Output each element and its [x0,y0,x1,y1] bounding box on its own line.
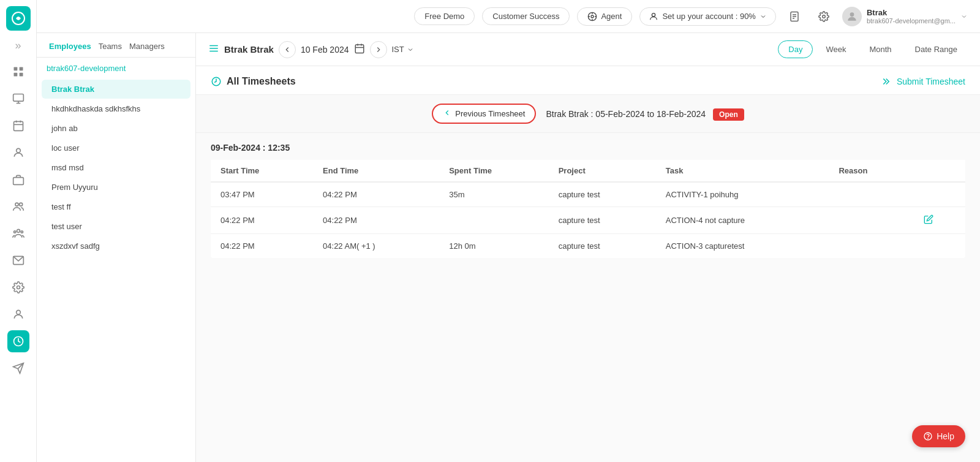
dropdown-chevron-icon [960,13,968,20]
cell-task: ACTIVITY-1 poihuhg [656,182,829,207]
svg-rect-4 [19,73,23,77]
sidebar-item-loc-user[interactable]: loc user [42,138,190,157]
gear-icon-button[interactable] [813,6,835,28]
content-header: Btrak Btrak 10 Feb 2024 IST [196,33,980,66]
sidebar-tab-bar: Employees Teams Managers [37,33,195,58]
cell-end-time: 04:22 AM( +1 ) [313,234,439,259]
status-badge: Open [713,108,744,121]
avatar [842,7,862,26]
svg-point-17 [13,231,15,233]
date-display: 10 Feb 2024 [301,45,349,55]
cell-project: capture test [549,182,656,207]
briefcase-nav-icon[interactable] [7,169,29,191]
setup-button[interactable]: Set up your account : 90% [639,7,775,26]
clock-nav-icon[interactable] [7,330,29,352]
submit-timesheet-button[interactable]: Submit Timesheet [882,76,965,87]
next-date-button[interactable] [370,41,387,58]
calendar-picker-icon[interactable] [354,43,365,56]
cell-start-time: 04:22 PM [211,207,313,234]
table-row: 04:22 PM 04:22 PM capture test ACTION-4 … [211,207,965,234]
svg-point-12 [16,148,20,153]
sidebar-tab-teams[interactable]: Teams [96,40,124,52]
calendar-nav-icon[interactable] [7,115,29,137]
group-nav-icon[interactable] [7,222,29,244]
person-nav-icon[interactable] [7,142,29,164]
cell-edit[interactable] [914,207,965,234]
sidebar-item-btrak-btrak[interactable]: Btrak Btrak [42,80,190,99]
svg-point-31 [823,15,826,18]
edit-icon[interactable] [924,217,933,226]
agent-label: Agent [601,12,622,21]
cell-end-time: 04:22 PM [313,207,439,234]
table-row: 03:47 PM 04:22 PM 35m capture test ACTIV… [211,182,965,207]
sidebar-item-test-user[interactable]: test user [42,217,190,236]
top-header: Free Demo Customer Success Agent Set up … [37,0,980,33]
app-logo[interactable] [6,6,31,31]
people-nav-icon[interactable] [7,195,29,218]
content-nav: Btrak Btrak 10 Feb 2024 IST [208,41,771,58]
expand-icon[interactable]: » [15,39,21,52]
svg-rect-3 [13,73,17,77]
dashboard-nav-icon[interactable] [7,61,29,83]
send-nav-icon[interactable] [7,357,29,379]
sidebar-tab-employees[interactable]: Employees [47,40,94,52]
tab-day[interactable]: Day [778,40,813,58]
prev-arrow-icon [443,108,451,119]
sidebar-tab-managers[interactable]: Managers [127,40,167,52]
menu-icon[interactable] [208,43,219,56]
all-timesheets-title: All Timesheets [227,76,296,87]
col-task: Task [656,160,829,182]
sidebar-item-msd-msd[interactable]: msd msd [42,158,190,177]
section-title: All Timesheets [211,76,296,87]
svg-rect-5 [13,94,23,102]
timezone-selector[interactable]: IST [392,45,414,54]
tab-week[interactable]: Week [815,40,856,58]
help-button[interactable]: Help [912,425,965,447]
monitor-nav-icon[interactable] [7,88,29,110]
user-email: btrak607-development@gm... [867,17,956,25]
section-header: All Timesheets Submit Timesheet [196,66,980,95]
help-label: Help [937,431,954,441]
org-name: btrak607-development [37,58,195,77]
agent-button[interactable]: Agent [577,7,632,26]
table-section: 09-Feb-2024 : 12:35 Start Time End Time … [196,133,980,268]
main-content: Btrak Btrak 10 Feb 2024 IST [196,33,980,462]
cell-edit [914,234,965,259]
prev-date-button[interactable] [279,41,296,58]
content-body: All Timesheets Submit Timesheet [196,66,980,462]
cell-task: ACTION-4 not capture [656,207,829,234]
sidebar-item-hkdhk[interactable]: hkdhkdhaskda sdkhsfkhs [42,99,190,118]
customer-success-button[interactable]: Customer Success [482,7,570,25]
sidebar-item-prem-uyyuru[interactable]: Prem Uyyuru [42,178,190,197]
date-heading: 09-Feb-2024 : 12:35 [211,143,965,153]
cell-start-time: 03:47 PM [211,182,313,207]
sidebar-item-john-ab[interactable]: john ab [42,119,190,138]
svg-point-32 [850,12,854,17]
svg-rect-2 [19,67,23,71]
table-row: 04:22 PM 04:22 AM( +1 ) 12h 0m capture t… [211,234,965,259]
tab-month[interactable]: Month [859,40,902,58]
previous-timesheet-button[interactable]: Previous Timesheet [432,104,536,124]
timesheet-banner-title: Btrak Btrak : 05-Feb-2024 to 18-Feb-2024… [546,109,744,119]
cell-reason [829,182,913,207]
sidebar-item-test-ff[interactable]: test ff [42,197,190,216]
free-demo-button[interactable]: Free Demo [414,7,475,25]
settings-nav-icon[interactable] [7,276,29,298]
cell-project: capture test [549,234,656,259]
user-settings-nav-icon[interactable] [7,303,29,325]
col-spent-time: Spent Time [439,160,548,182]
cell-task: ACTION-3 capturetest [656,234,829,259]
timesheet-table: Start Time End Time Spent Time Project T… [211,160,965,258]
table-header-row: Start Time End Time Spent Time Project T… [211,160,965,182]
sidebar-item-xszdxvf[interactable]: xszdxvf sadfg [42,237,190,256]
tab-date-range[interactable]: Date Range [905,40,968,58]
svg-point-15 [19,203,22,206]
employee-list: Btrak Btrak hkdhkdhaskda sdkhsfkhs john … [37,77,195,462]
mail-nav-icon[interactable] [7,249,29,271]
svg-rect-13 [13,178,23,185]
period-tabs: Day Week Month Date Range [778,40,968,58]
user-profile[interactable]: Btrak btrak607-development@gm... [842,7,968,26]
document-icon-button[interactable] [783,6,805,28]
cell-spent-time: 12h 0m [439,234,548,259]
cell-project: capture test [549,207,656,234]
